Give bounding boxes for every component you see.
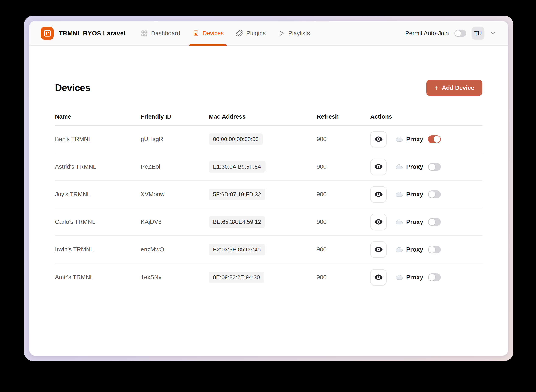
view-device-button[interactable] [370,131,387,147]
device-mac-badge: BE:65:3A:E4:59:12 [209,216,265,228]
eye-icon [374,273,383,282]
device-actions: Proxy [370,131,482,147]
device-name: Astrid's TRMNL [55,163,141,170]
proxy-toggle[interactable] [428,191,441,198]
main-content: Devices + Add Device Name Friendly ID Ma… [29,46,508,355]
device-actions: Proxy [370,214,482,230]
cloud-icon [395,219,404,225]
device-name: Joy's TRMNL [55,191,141,198]
nav-item-playlists[interactable]: Playlists [275,21,313,45]
avatar-initials: TU [474,30,482,37]
view-device-button[interactable] [370,269,387,285]
table-row: Astrid's TRMNL PeZEol E1:30:0A:B9:5F:6A … [55,153,482,181]
proxy-label: Proxy [406,274,423,281]
proxy-toggle[interactable] [428,273,441,281]
plus-icon: + [434,84,439,91]
nav-item-devices[interactable]: Devices [189,21,227,45]
device-mac-badge: 5F:6D:07:19:FD:32 [209,189,265,200]
view-device-button[interactable] [370,186,387,203]
table-row: Carlo's TRMNL KAjDV6 BE:65:3A:E4:59:12 9… [55,208,482,236]
nav-label: Dashboard [151,30,180,37]
eye-icon [374,162,383,171]
device-name: Ben's TRMNL [55,136,141,143]
device-refresh: 900 [317,274,370,281]
device-mac-badge: E1:30:0A:B9:5F:6A [209,161,266,173]
cloud-icon [395,274,404,281]
user-avatar[interactable]: TU [472,27,484,40]
cloud-icon [395,246,404,253]
eye-icon [374,190,383,199]
device-mac-badge: 00:00:00:00:00:00 [209,133,263,145]
add-device-button[interactable]: + Add Device [426,80,482,96]
proxy-toggle[interactable] [428,135,441,143]
eye-icon [374,245,383,254]
page-header: Devices + Add Device [55,80,482,96]
eye-icon [374,217,383,227]
device-name: Irwin's TRMNL [55,246,141,253]
proxy-label: Proxy [406,163,423,170]
device-list-icon [193,30,199,37]
view-device-button[interactable] [370,214,387,230]
eye-icon [374,135,383,144]
device-friendly-id: XVMonw [141,191,209,198]
app-window: TRMNL BYOS Laravel Dashboard Devices [29,21,508,355]
device-actions: Proxy [370,186,482,203]
add-device-label: Add Device [442,84,475,91]
table-header-row: Name Friendly ID Mac Address Refresh Act… [55,108,482,126]
proxy-label: Proxy [406,246,423,253]
page-title: Devices [55,82,90,93]
view-device-button[interactable] [370,159,387,175]
device-actions: Proxy [370,269,482,285]
devices-table: Name Friendly ID Mac Address Refresh Act… [55,108,482,291]
column-header-name: Name [55,113,141,120]
device-mac-badge: 8E:09:22:2E:94:30 [209,271,264,283]
column-header-refresh: Refresh [317,113,370,120]
toggle-knob [429,219,435,225]
grid-icon [141,30,148,37]
device-friendly-id: gUHsgR [141,136,209,143]
device-friendly-id: KAjDV6 [141,219,209,225]
device-refresh: 900 [317,136,370,143]
device-refresh: 900 [317,163,370,170]
column-header-friendly-id: Friendly ID [141,113,209,120]
table-row: Irwin's TRMNL enzMwQ B2:03:9E:85:D7:45 9… [55,236,482,263]
toggle-knob [429,191,435,198]
nav-label: Playlists [288,30,310,37]
proxy-toggle[interactable] [428,218,441,226]
device-refresh: 900 [317,219,370,225]
view-device-button[interactable] [370,241,387,258]
puzzle-icon [236,30,243,37]
brand: TRMNL BYOS Laravel [41,27,126,40]
table-body: Ben's TRMNL gUHsgR 00:00:00:00:00:00 900… [55,126,482,291]
table-row: Joy's TRMNL XVMonw 5F:6D:07:19:FD:32 900… [55,181,482,208]
proxy-label: Proxy [406,219,423,225]
toggle-knob [429,163,435,170]
cloud-icon [395,136,404,143]
column-header-mac-address: Mac Address [209,113,317,120]
device-mac-badge: B2:03:9E:85:D7:45 [209,244,265,255]
proxy-toggle[interactable] [428,246,441,253]
toggle-knob [433,136,440,143]
proxy-label: Proxy [406,191,423,198]
device-actions: Proxy [370,241,482,258]
toggle-knob [455,30,461,36]
topbar-right: Permit Auto-Join TU [405,27,496,40]
trmnl-logo-icon [41,27,54,40]
table-row: Amir's TRMNL 1exSNv 8E:09:22:2E:94:30 90… [55,263,482,291]
cloud-icon [395,191,404,198]
table-row: Ben's TRMNL gUHsgR 00:00:00:00:00:00 900… [55,126,482,153]
permit-auto-join-toggle[interactable] [454,30,466,37]
device-actions: Proxy [370,159,482,175]
main-nav: Dashboard Devices Plugins [138,21,313,45]
toggle-knob [429,274,435,281]
topbar: TRMNL BYOS Laravel Dashboard Devices [29,21,508,46]
proxy-toggle[interactable] [428,163,441,171]
device-refresh: 900 [317,191,370,198]
nav-item-dashboard[interactable]: Dashboard [138,21,183,45]
device-name: Amir's TRMNL [55,274,141,281]
proxy-label: Proxy [406,136,423,143]
chevron-down-icon[interactable] [490,30,496,37]
permit-auto-join-label: Permit Auto-Join [405,30,449,37]
nav-item-plugins[interactable]: Plugins [233,21,269,45]
nav-label: Plugins [246,30,266,37]
